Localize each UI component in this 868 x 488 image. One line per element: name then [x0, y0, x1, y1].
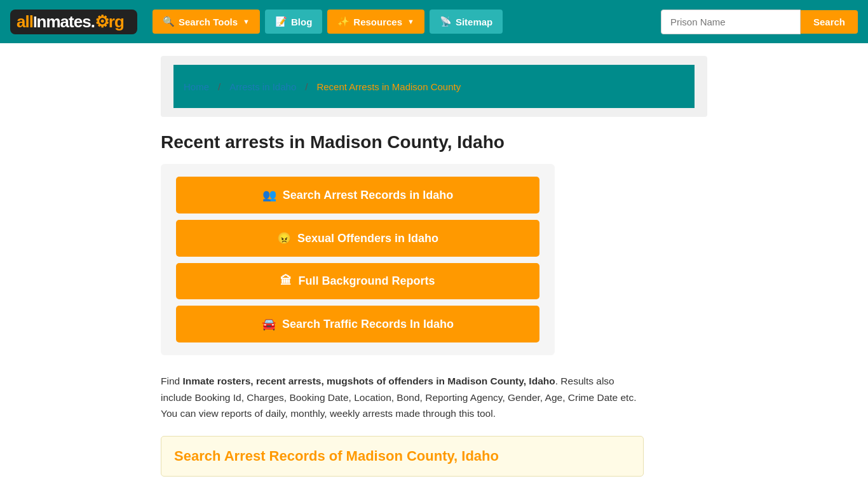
sexual-offenders-button[interactable]: 😠 Sexual Offenders in Idaho: [176, 220, 539, 257]
blog-icon: 📝: [275, 16, 287, 27]
search-traffic-records-button[interactable]: 🚘 Search Traffic Records In Idaho: [176, 306, 539, 342]
breadcrumb-sep-2: /: [305, 81, 308, 92]
car-icon: 🚘: [262, 317, 276, 331]
full-background-reports-button[interactable]: 🏛 Full Background Reports: [176, 263, 539, 299]
dropdown-caret-resources-icon: ▼: [407, 18, 414, 25]
description-text: Find Inmate rosters, recent arrests, mug…: [161, 373, 644, 422]
breadcrumb-sep-1: /: [218, 81, 220, 92]
prison-search-bar: Search: [661, 10, 858, 34]
prison-search-input[interactable]: [661, 10, 801, 34]
offender-icon: 😠: [277, 231, 291, 245]
navbar: allInmates.⚙rg 🔍 Search Tools ▼ 📝 Blog ✨…: [0, 0, 868, 43]
search-tools-button[interactable]: 🔍 Search Tools ▼: [153, 10, 260, 34]
breadcrumb-arrests-idaho[interactable]: Arrests in Idaho: [229, 81, 296, 92]
breadcrumb-home[interactable]: Home: [184, 81, 209, 92]
sitemap-button[interactable]: 📡 Sitemap: [430, 10, 503, 34]
breadcrumb-container: Home / Arrests in Idaho / Recent Arrests…: [161, 56, 707, 117]
search-records-box: Search Arrest Records of Madison County,…: [161, 436, 644, 477]
action-buttons-card: 👥 Search Arrest Records in Idaho 😠 Sexua…: [161, 164, 555, 355]
breadcrumb: Home / Arrests in Idaho / Recent Arrests…: [173, 65, 695, 108]
prison-search-button[interactable]: Search: [801, 10, 858, 34]
building-icon: 🏛: [280, 274, 292, 288]
dropdown-caret-icon: ▼: [243, 18, 250, 25]
search-tools-icon: 🔍: [163, 16, 175, 27]
blog-button[interactable]: 📝 Blog: [265, 10, 322, 34]
main-content: Home / Arrests in Idaho / Recent Arrests…: [148, 43, 720, 488]
resources-button[interactable]: ✨ Resources ▼: [327, 10, 424, 34]
page-title: Recent arrests in Madison County, Idaho: [161, 132, 707, 152]
breadcrumb-current: Recent Arrests in Madison County: [316, 81, 461, 92]
resources-icon: ✨: [337, 16, 349, 27]
users-icon: 👥: [262, 188, 276, 202]
search-records-title: Search Arrest Records of Madison County,…: [174, 448, 630, 464]
logo[interactable]: allInmates.⚙rg: [10, 10, 137, 34]
sitemap-icon: 📡: [440, 16, 452, 27]
search-arrest-records-button[interactable]: 👥 Search Arrest Records in Idaho: [176, 177, 539, 214]
